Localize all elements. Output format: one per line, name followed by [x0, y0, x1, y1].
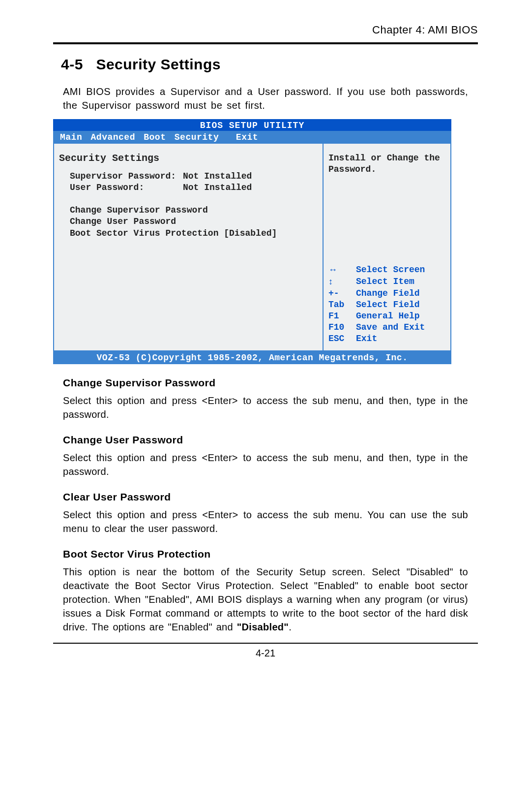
bios-title-bar: BIOS SETUP UTILITY	[53, 119, 451, 131]
bios-left-panel: Security Settings Supervisor Password: N…	[54, 144, 324, 350]
body-clear-user: Select this option and press <Enter> to …	[63, 508, 468, 535]
nav-key-save: F10	[328, 322, 356, 333]
menu-item-change-supervisor[interactable]: Change Supervisor Password	[70, 205, 317, 216]
subhead-boot-sector: Boot Sector Virus Protection	[63, 548, 468, 560]
subhead-change-user: Change User Password	[63, 434, 468, 446]
body-boot-sector: This option is near the bottom of the Se…	[63, 565, 468, 634]
chapter-header: Chapter 4: AMI BIOS	[53, 24, 478, 40]
bios-tab-security[interactable]: Security	[175, 132, 219, 142]
nav-general-help: General Help	[356, 311, 420, 322]
bios-help-text: Install or Change the Password.	[328, 153, 445, 176]
bios-tab-main[interactable]: Main	[60, 132, 82, 142]
header-rule	[53, 42, 478, 44]
user-password-value: Not Installed	[183, 182, 252, 193]
subhead-clear-user: Clear User Password	[63, 491, 468, 503]
footer-rule	[53, 643, 478, 644]
menu-item-boot-sector[interactable]: Boot Sector Virus Protection [Disabled]	[70, 228, 317, 239]
nav-select-item: Select Item	[356, 276, 414, 288]
nav-select-screen: Select Screen	[356, 264, 425, 276]
page-number: 4-21	[53, 648, 478, 659]
supervisor-password-row: Supervisor Password: Not Installed	[70, 171, 317, 182]
nav-save-exit: Save and Exit	[356, 322, 425, 333]
boot-sector-label: Boot Sector Virus Protection	[70, 228, 218, 238]
nav-key-change-field: +-	[328, 288, 356, 299]
bios-nav-keys: ↔Select Screen ↕Select Item +-Change Fie…	[328, 264, 445, 344]
nav-key-help: F1	[328, 311, 356, 322]
subhead-change-supervisor: Change Supervisor Password	[63, 377, 468, 389]
arrow-left-right-icon: ↔	[328, 265, 337, 275]
intro-paragraph: AMI BIOS provides a Supervisor and a Use…	[63, 85, 468, 112]
user-password-label: User Password:	[70, 182, 183, 193]
nav-key-select-field: Tab	[328, 299, 356, 311]
bios-setup-utility: BIOS SETUP UTILITY Main Advanced Boot Se…	[53, 119, 451, 364]
section-name: Security Settings	[96, 56, 221, 72]
bios-right-panel: Install or Change the Password. ↔Select …	[324, 144, 450, 350]
section-title: 4-5 Security Settings	[61, 56, 478, 73]
boot-sector-value: [Disabled]	[224, 228, 277, 238]
menu-item-change-user[interactable]: Change User Password	[70, 216, 317, 227]
bios-panel-heading: Security Settings	[59, 153, 317, 164]
body-boot-sector-bold: "Disabled"	[237, 622, 289, 632]
body-change-supervisor: Select this option and press <Enter> to …	[63, 394, 468, 421]
bios-footer: VOZ-53 (C)Copyright 1985-2002, American …	[53, 351, 451, 364]
arrow-up-down-icon: ↕	[328, 277, 333, 286]
supervisor-password-value: Not Installed	[183, 171, 252, 182]
user-password-row: User Password: Not Installed	[70, 182, 317, 193]
nav-change-field: Change Field	[356, 288, 420, 299]
bios-tab-exit[interactable]: Exit	[236, 132, 258, 142]
bios-menu-bar: Main Advanced Boot Security Exit	[53, 131, 451, 144]
nav-select-field: Select Field	[356, 299, 420, 311]
body-change-user: Select this option and press <Enter> to …	[63, 451, 468, 478]
nav-key-exit: ESC	[328, 333, 356, 344]
nav-exit: Exit	[356, 333, 377, 344]
bios-tab-advanced[interactable]: Advanced	[91, 132, 135, 142]
section-number: 4-5	[61, 56, 83, 72]
body-boot-sector-post: .	[289, 622, 292, 632]
bios-tab-boot[interactable]: Boot	[144, 132, 166, 142]
supervisor-password-label: Supervisor Password:	[70, 171, 183, 182]
